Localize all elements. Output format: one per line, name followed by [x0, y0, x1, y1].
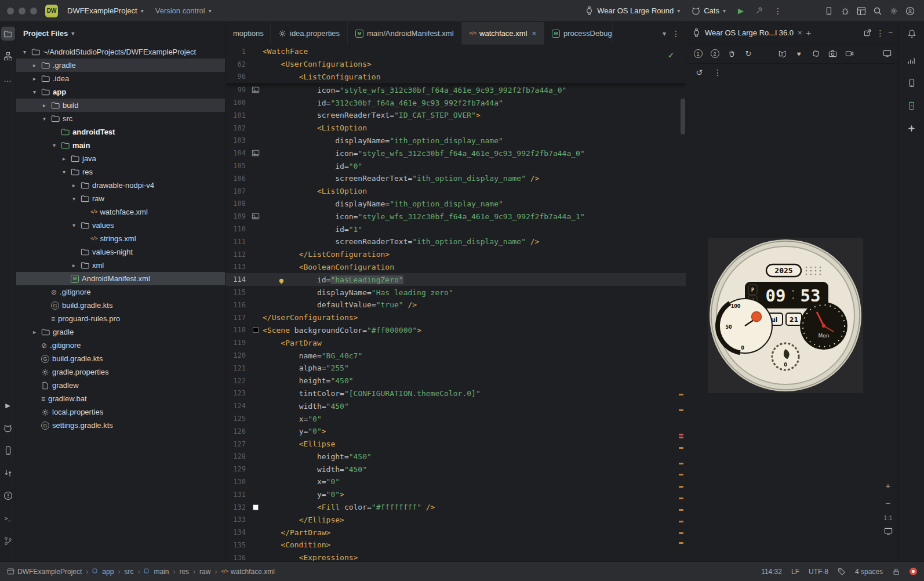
breadcrumb-item-raw[interactable]: raw — [199, 568, 210, 576]
search-everywhere-button[interactable] — [870, 3, 886, 19]
tree-item-gitignore[interactable]: ⊘.gitignore — [16, 285, 225, 299]
tab-options-icon[interactable]: ⋮ — [672, 29, 680, 38]
hide-panel-icon[interactable]: − — [888, 28, 893, 37]
code-line-118[interactable]: 118<Scene backgroundColor="#ff000000"> — [225, 324, 686, 337]
zoom-in-button[interactable]: + — [882, 480, 894, 491]
zoom-level[interactable]: 1:1 — [883, 514, 892, 521]
heart-rate-button[interactable]: ♥ — [793, 48, 805, 60]
code-line-108[interactable]: 108 displayName="ith_option_display_name… — [225, 198, 686, 210]
screen-record-button[interactable] — [843, 48, 855, 60]
tree-item-androidtest[interactable]: androidTest — [16, 125, 225, 139]
tree-item-gradle[interactable]: ▸.gradle — [16, 59, 225, 72]
project-panel-header[interactable]: Project Files ▾ — [16, 22, 225, 44]
chevron-right-icon[interactable]: ▸ — [70, 182, 78, 188]
tilt-button[interactable] — [810, 48, 821, 60]
kebab-icon[interactable]: ⋮ — [876, 28, 884, 38]
analysis-stripe-mark[interactable] — [679, 447, 683, 449]
tool-window-version-control[interactable] — [1, 534, 15, 548]
code-line-126[interactable]: 126 y="0"> — [225, 425, 686, 438]
tool-window-notifications[interactable] — [905, 27, 919, 41]
code-line-107[interactable]: 107 <ListOption — [225, 185, 686, 198]
close-tab-icon[interactable]: × — [532, 29, 536, 38]
code-line-110[interactable]: 110 id="1" — [225, 223, 686, 235]
tree-item-gitignore[interactable]: ⊘.gitignore — [16, 339, 225, 352]
fold-button[interactable] — [776, 48, 788, 60]
chevron-down-icon[interactable]: ▾ — [70, 195, 78, 202]
editor-tab-moptions[interactable]: moptions — [225, 22, 271, 45]
tree-item-raw[interactable]: ▾raw — [16, 192, 225, 205]
code-line-116[interactable]: 116 defaultValue="true" /> — [225, 299, 686, 311]
minimize-window-icon[interactable] — [19, 8, 26, 14]
analysis-stripe-mark[interactable] — [679, 486, 683, 488]
add-device-tab-icon[interactable]: + — [806, 28, 812, 38]
tree-item-app[interactable]: ▾app — [16, 85, 225, 99]
tool-window-terminal[interactable]: >_ — [1, 511, 15, 525]
editor-scrollbar[interactable] — [681, 99, 685, 135]
tree-item-values[interactable]: ▾values — [16, 219, 225, 232]
code-line-136[interactable]: 136 <Expressions> — [225, 551, 686, 561]
breadcrumb-item-watchface-xml[interactable]: </>watchface.xml — [221, 568, 274, 576]
code-line-133[interactable]: 133 </Ellipse> — [225, 513, 686, 526]
code-line-127[interactable]: 127 <Ellipse — [225, 438, 686, 451]
code-line-101[interactable]: 101 screenReaderText="ID_CAT_STEP_OVER"> — [225, 109, 686, 122]
tool-window-structure[interactable] — [1, 49, 15, 63]
code-line-1[interactable]: 1<WatchFace — [225, 45, 686, 58]
tree-item-proguard-rules-pro[interactable]: ≡proguard-rules.pro — [16, 312, 225, 325]
tree-item-build-gradle-kts[interactable]: Gbuild.gradle.kts — [16, 352, 225, 365]
code-line-123[interactable]: 123 tintColor="[CONFIGURATION.themeColor… — [225, 387, 686, 400]
code-line-121[interactable]: 121 alpha="255" — [225, 362, 686, 375]
more-actions-button[interactable]: ⋮ — [770, 3, 786, 19]
project-menu[interactable]: DWFExampleProject ▾ — [63, 4, 148, 17]
breadcrumb-item-main[interactable]: main — [144, 568, 169, 576]
chevron-down-icon[interactable]: ▾ — [21, 49, 28, 55]
code-line-124[interactable]: 124 width="450" — [225, 400, 686, 412]
wear-button-1-button[interactable]: 1 — [692, 48, 704, 60]
analysis-stripe-mark[interactable] — [679, 532, 683, 534]
tool-window-more-tool-windows[interactable]: … — [1, 72, 15, 86]
inspections-ok-icon[interactable]: ✓ — [668, 51, 674, 60]
tree-item-gradlew-bat[interactable]: ≡gradlew.bat — [16, 392, 225, 405]
code-line-125[interactable]: 125 x="0" — [225, 412, 686, 425]
code-line-129[interactable]: 129 width="450" — [225, 463, 686, 475]
highlight-tag[interactable] — [838, 568, 846, 576]
chevron-right-icon[interactable]: ▸ — [31, 62, 38, 68]
analysis-stripe-mark[interactable] — [679, 434, 683, 435]
running-device-tab-title[interactable]: Wear OS Large Ro...l 36.0 — [705, 28, 794, 37]
tool-window-running-devices[interactable] — [905, 99, 919, 112]
tree-item-res[interactable]: ▾res — [16, 165, 225, 179]
code-area[interactable]: 1<WatchFace62 <UserConfigurations>96 <Li… — [225, 45, 686, 561]
reset-view-button[interactable]: ↺ — [693, 67, 705, 78]
screenshot-button[interactable] — [827, 48, 838, 60]
file-writable[interactable] — [892, 568, 900, 576]
code-line-111[interactable]: 111 screenReaderText="ith_option_display… — [225, 235, 686, 248]
code-line-128[interactable]: 128 height="450" — [225, 451, 686, 463]
tree-item-gradle-properties[interactable]: gradle.properties — [16, 365, 225, 379]
chevron-down-icon[interactable]: ▾ — [50, 142, 58, 148]
code-line-99[interactable]: 99 icon="style_wfs_312c30bf_f64a_461e_9c… — [225, 83, 686, 96]
tree-item-main[interactable]: ▾main — [16, 139, 225, 152]
analysis-stripe-mark[interactable] — [679, 542, 683, 544]
caret-position[interactable]: 114:32 — [761, 568, 782, 576]
rotate-button[interactable]: ↻ — [743, 48, 754, 60]
editor-tab-watchface-xml[interactable]: </>watchface.xml× — [462, 22, 544, 45]
layout-inspector-button[interactable] — [853, 3, 870, 19]
code-line-100[interactable]: 100 id="312c30bf_f64a_461e_9c93_992f2fb7… — [225, 96, 686, 109]
tree-item-xml[interactable]: ▸xml — [16, 259, 225, 272]
breadcrumb-item-src[interactable]: src — [124, 568, 133, 576]
close-window-icon[interactable] — [7, 8, 14, 14]
analysis-stripe-mark[interactable] — [679, 409, 683, 411]
chevron-down-icon[interactable]: ▾ — [41, 115, 48, 122]
device-manager-button[interactable] — [821, 3, 837, 19]
window-controls[interactable] — [7, 8, 37, 14]
notification-badge[interactable] — [910, 568, 917, 575]
tool-window-project[interactable] — [1, 27, 15, 41]
code-line-103[interactable]: 103 displayName="ith_option_display_name… — [225, 135, 686, 147]
account-button[interactable] — [902, 3, 918, 19]
profiler-button[interactable] — [837, 3, 853, 19]
analysis-stripe-mark[interactable] — [679, 509, 683, 511]
code-line-105[interactable]: 105 id="0" — [225, 159, 686, 172]
more-options-button[interactable]: ⋮ — [712, 67, 723, 78]
tree-item-src[interactable]: ▾src — [16, 112, 225, 125]
tool-window-app-inspection[interactable] — [1, 466, 15, 480]
tool-window-device-explorer[interactable] — [905, 76, 919, 90]
